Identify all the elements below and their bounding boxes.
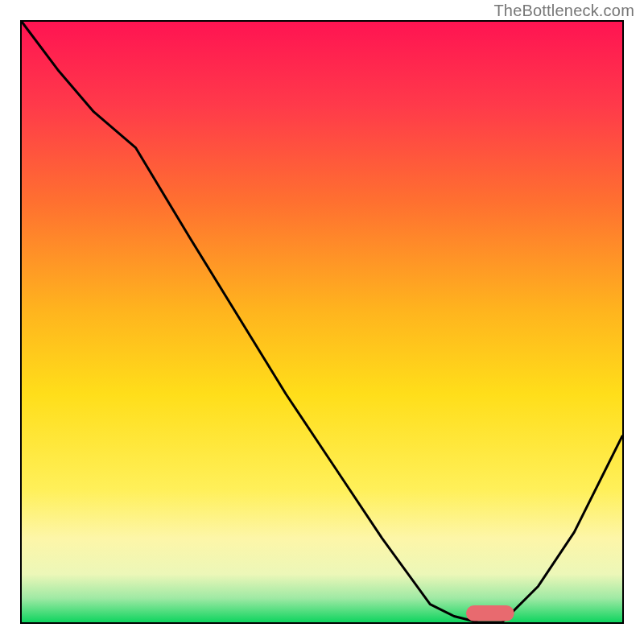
gradient-background <box>22 22 622 622</box>
watermark-text: TheBottleneck.com <box>493 2 634 20</box>
chart-svg <box>20 20 624 624</box>
optimal-range-marker <box>466 605 514 621</box>
chart-plot-area <box>20 20 624 624</box>
chart-container: TheBottleneck.com <box>0 0 644 644</box>
